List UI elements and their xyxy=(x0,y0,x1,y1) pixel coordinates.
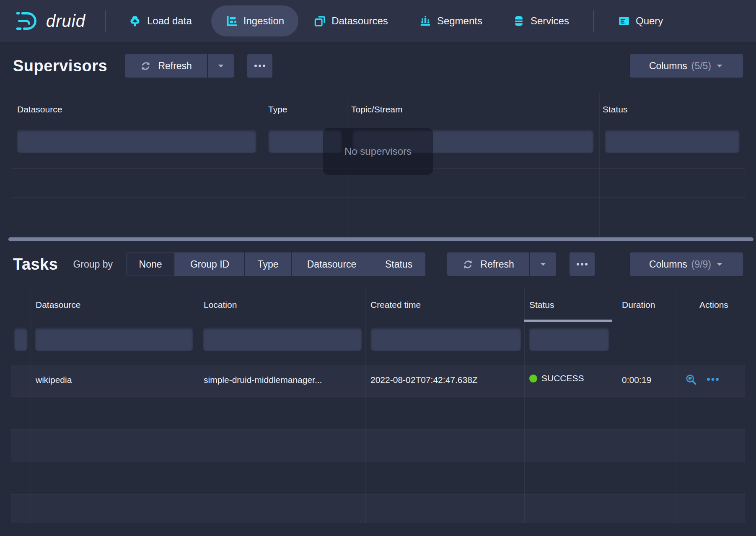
task-location-cell[interactable]: simple-druid-middlemanager... xyxy=(204,375,322,385)
datasource-filter-input[interactable] xyxy=(17,130,256,153)
tasks-refresh-interval-dropdown-button[interactable] xyxy=(530,252,556,276)
chevron-down-icon xyxy=(217,62,225,70)
supervisors-columns-button[interactable]: Columns (5/5) xyxy=(630,54,743,78)
nav-label: Load data xyxy=(147,15,192,27)
nav-item-services[interactable]: Services xyxy=(513,15,569,27)
column-header-datasource[interactable]: Datasource xyxy=(36,300,80,310)
nav-item-datasources[interactable]: Datasources xyxy=(313,15,388,27)
task-datasource-cell[interactable]: wikipedia xyxy=(36,375,72,385)
druid-logo[interactable]: druid xyxy=(16,11,85,31)
task-details-magnifier-icon[interactable] xyxy=(685,373,697,385)
group-by-label: Group by xyxy=(73,259,113,270)
group-by-datasource-button[interactable]: Datasource xyxy=(291,252,372,276)
group-by-status-button[interactable]: Status xyxy=(372,252,425,276)
datasource-filter-input[interactable] xyxy=(35,328,193,351)
tasks-toolbar: Tasks Group by None Group ID Type Dataso… xyxy=(13,252,743,276)
nav-item-ingestion[interactable]: Ingestion xyxy=(211,5,298,36)
column-divider xyxy=(599,93,600,237)
table-row xyxy=(11,494,745,523)
navbar-divider xyxy=(593,10,594,32)
column-divider xyxy=(745,93,745,237)
chevron-down-icon xyxy=(715,62,724,70)
column-header-status[interactable]: Status xyxy=(603,104,628,114)
row-divider xyxy=(11,197,745,198)
column-header-duration[interactable]: Duration xyxy=(622,300,655,310)
more-dots-icon xyxy=(254,63,266,68)
supervisors-more-button[interactable] xyxy=(247,54,272,78)
group-by-group-id-button[interactable]: Group ID xyxy=(175,252,244,276)
ingestion-chart-icon xyxy=(225,15,238,27)
datasources-stack-icon xyxy=(313,15,326,27)
column-header-location[interactable]: Location xyxy=(204,300,237,310)
nav-label: Segments xyxy=(437,15,482,27)
chevron-down-icon xyxy=(715,260,724,268)
nav-label: Datasources xyxy=(331,15,388,27)
task-actions-menu-icon[interactable] xyxy=(706,377,720,382)
horizontal-scrollbar[interactable] xyxy=(8,237,753,241)
nav-item-query[interactable]: Query xyxy=(618,15,663,27)
row-divider xyxy=(11,365,745,365)
row-divider xyxy=(11,227,745,227)
location-filter-input[interactable] xyxy=(203,328,362,351)
row-divider xyxy=(11,462,745,462)
query-console-icon xyxy=(618,15,630,27)
group-by-button-group: None Group ID Type Datasource Status xyxy=(126,252,425,276)
supervisors-title: Supervisors xyxy=(13,57,107,75)
success-status-dot xyxy=(529,375,537,382)
group-by-type-button[interactable]: Type xyxy=(244,252,291,276)
refresh-label: Refresh xyxy=(158,60,192,72)
no-supervisors-empty-state: No supervisors xyxy=(323,128,433,175)
status-filter-input[interactable] xyxy=(605,130,740,153)
column-divider xyxy=(198,288,198,523)
segments-bars-icon xyxy=(419,15,432,27)
column-header-status[interactable]: Status xyxy=(529,300,554,310)
task-id-filter-input[interactable] xyxy=(14,328,28,351)
tasks-table: Datasource Location Created time Status … xyxy=(11,288,745,523)
refresh-icon xyxy=(140,60,151,72)
nav-label: Ingestion xyxy=(243,15,284,27)
druid-logo-icon xyxy=(16,11,40,31)
task-actions-cell xyxy=(685,373,720,385)
more-dots-icon xyxy=(576,262,588,267)
row-divider xyxy=(11,429,745,430)
supervisors-table: Datasource Type Topic/Stream Status No s… xyxy=(11,93,745,237)
column-header-datasource[interactable]: Datasource xyxy=(17,104,62,114)
task-created-time-cell[interactable]: 2022-08-02T07:42:47.638Z xyxy=(370,375,478,385)
chevron-down-icon xyxy=(539,260,547,268)
refresh-label: Refresh xyxy=(480,259,514,270)
task-status-cell[interactable]: SUCCESS xyxy=(529,373,584,383)
column-header-actions[interactable]: Actions xyxy=(699,300,728,310)
nav-label: Services xyxy=(531,15,569,27)
columns-label: Columns xyxy=(649,60,687,72)
column-divider xyxy=(745,288,745,523)
nav-label: Query xyxy=(636,15,663,27)
refresh-interval-dropdown-button[interactable] xyxy=(208,54,234,78)
group-by-none-button[interactable]: None xyxy=(126,252,175,276)
column-divider xyxy=(676,288,676,523)
nav-item-segments[interactable]: Segments xyxy=(419,15,482,27)
column-divider xyxy=(612,288,612,523)
column-header-type[interactable]: Type xyxy=(268,104,287,114)
tasks-refresh-button[interactable]: Refresh xyxy=(447,252,529,276)
nav-item-load-data[interactable]: Load data xyxy=(128,14,192,28)
tasks-more-button[interactable] xyxy=(570,252,595,276)
row-divider xyxy=(11,124,745,124)
status-text: SUCCESS xyxy=(541,373,584,383)
supervisors-toolbar: Supervisors Refresh xyxy=(13,54,743,78)
navbar-divider xyxy=(105,10,106,32)
refresh-button[interactable]: Refresh xyxy=(125,54,207,78)
column-divider xyxy=(31,288,31,523)
tasks-columns-button[interactable]: Columns (9/9) xyxy=(630,252,743,276)
column-divider xyxy=(524,288,525,523)
created-time-filter-input[interactable] xyxy=(370,328,521,351)
column-header-created-time[interactable]: Created time xyxy=(370,300,421,310)
column-divider xyxy=(365,288,366,523)
row-divider xyxy=(11,396,745,397)
column-header-topic-stream[interactable]: Topic/Stream xyxy=(351,104,403,114)
refresh-button-group: Refresh xyxy=(447,252,556,276)
task-duration-cell[interactable]: 0:00:19 xyxy=(622,375,651,385)
row-divider xyxy=(11,494,745,494)
brand-name: druid xyxy=(46,12,85,31)
status-filter-input[interactable] xyxy=(529,328,609,351)
column-divider xyxy=(263,93,263,237)
